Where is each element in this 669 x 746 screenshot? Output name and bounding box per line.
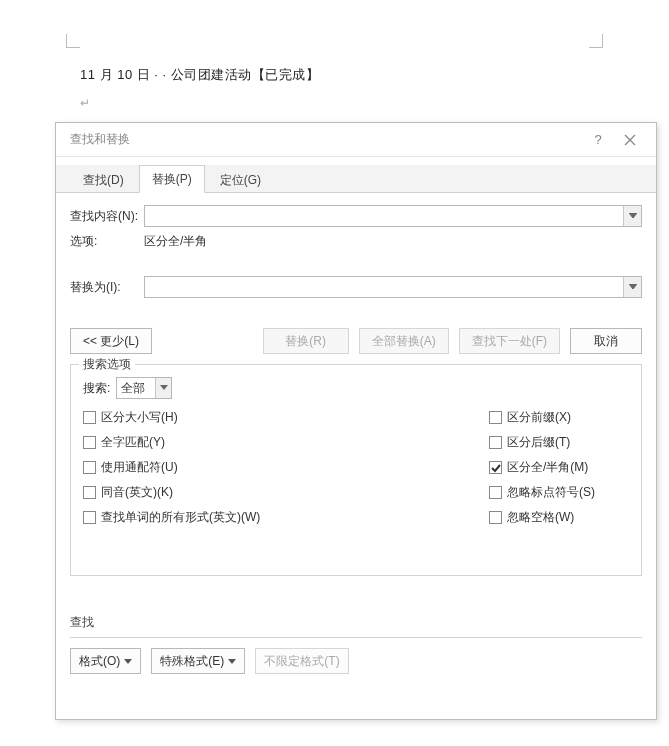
find-what-combo[interactable] xyxy=(144,205,642,227)
search-direction-value: 全部 xyxy=(117,378,155,398)
find-replace-dialog: 查找和替换 ? 查找(D) 替换(P) 定位(G) 查找内容(N): 选项: 区… xyxy=(55,122,657,720)
chevron-down-icon xyxy=(155,378,171,398)
options-value: 区分全/半角 xyxy=(144,233,207,250)
less-button[interactable]: << 更少(L) xyxy=(70,328,152,354)
options-row: 选项: 区分全/半角 xyxy=(70,233,642,250)
checkbox-sounds-like[interactable]: 同音(英文)(K) xyxy=(83,484,489,501)
checkbox-all-word-forms[interactable]: 查找单词的所有形式(英文)(W) xyxy=(83,509,489,526)
checkbox-ignore-whitespace[interactable]: 忽略空格(W) xyxy=(489,509,629,526)
no-format-button[interactable]: 不限定格式(T) xyxy=(255,648,348,674)
chevron-down-icon xyxy=(228,659,236,664)
dialog-body: 查找(D) 替换(P) 定位(G) 查找内容(N): 选项: 区分全/半角 替换… xyxy=(56,157,656,688)
find-section-heading: 查找 xyxy=(70,614,642,631)
search-direction-row: 搜索: 全部 xyxy=(83,377,629,399)
tab-goto[interactable]: 定位(G) xyxy=(207,166,274,193)
dropdown-arrow-icon[interactable] xyxy=(623,206,641,226)
checkbox-match-width[interactable]: 区分全/半角(M) xyxy=(489,459,629,476)
find-what-label: 查找内容(N): xyxy=(70,208,144,225)
dialog-titlebar: 查找和替换 ? xyxy=(56,123,656,157)
tab-replace[interactable]: 替换(P) xyxy=(139,165,205,193)
find-format-section: 查找 格式(O) 特殊格式(E) 不限定格式(T) xyxy=(70,614,642,674)
replace-all-button[interactable]: 全部替换(A) xyxy=(359,328,449,354)
dropdown-arrow-icon[interactable] xyxy=(623,277,641,297)
replace-with-combo[interactable] xyxy=(144,276,642,298)
page-corner-top-right xyxy=(589,34,603,48)
close-button[interactable] xyxy=(614,127,646,153)
options-label: 选项: xyxy=(70,233,144,250)
document-background: 11 月 10 日 · · 公司团建活动【已完成】 ↵ xyxy=(0,0,669,125)
dialog-title: 查找和替换 xyxy=(70,131,582,148)
close-icon xyxy=(624,134,636,146)
search-options-group: 搜索选项 搜索: 全部 区分大小写(H) 全字匹配(Y) xyxy=(70,364,642,576)
paragraph-mark: ↵ xyxy=(80,96,90,110)
special-format-dropdown-button[interactable]: 特殊格式(E) xyxy=(151,648,245,674)
replace-with-row: 替换为(I): xyxy=(70,276,642,298)
replace-with-input[interactable] xyxy=(145,277,623,297)
find-next-button[interactable]: 查找下一处(F) xyxy=(459,328,560,354)
checkbox-ignore-punctuation[interactable]: 忽略标点符号(S) xyxy=(489,484,629,501)
tab-strip: 查找(D) 替换(P) 定位(G) xyxy=(56,165,656,193)
search-options-legend: 搜索选项 xyxy=(79,356,135,373)
checkbox-column-right: 区分前缀(X) 区分后缀(T) 区分全/半角(M) 忽略标点符号(S) 忽略空格… xyxy=(489,409,629,526)
document-text-line[interactable]: 11 月 10 日 · · 公司团建活动【已完成】 xyxy=(80,66,319,84)
find-what-input[interactable] xyxy=(145,206,623,226)
format-dropdown-button[interactable]: 格式(O) xyxy=(70,648,141,674)
find-what-row: 查找内容(N): xyxy=(70,205,642,227)
checkbox-match-prefix[interactable]: 区分前缀(X) xyxy=(489,409,629,426)
help-button[interactable]: ? xyxy=(582,127,614,153)
search-direction-label: 搜索: xyxy=(83,380,110,397)
separator-line xyxy=(70,637,642,638)
cancel-button[interactable]: 取消 xyxy=(570,328,642,354)
checkbox-whole-word[interactable]: 全字匹配(Y) xyxy=(83,434,489,451)
tab-find[interactable]: 查找(D) xyxy=(70,166,137,193)
replace-with-label: 替换为(I): xyxy=(70,279,144,296)
page-corner-top-left xyxy=(66,34,80,48)
chevron-down-icon xyxy=(124,659,132,664)
checkbox-match-case[interactable]: 区分大小写(H) xyxy=(83,409,489,426)
button-row: << 更少(L) 替换(R) 全部替换(A) 查找下一处(F) 取消 xyxy=(70,328,642,354)
checkbox-match-suffix[interactable]: 区分后缀(T) xyxy=(489,434,629,451)
checkbox-wildcards[interactable]: 使用通配符(U) xyxy=(83,459,489,476)
replace-button[interactable]: 替换(R) xyxy=(263,328,349,354)
checkbox-column-left: 区分大小写(H) 全字匹配(Y) 使用通配符(U) 同音(英文)(K) 查找单词… xyxy=(83,409,489,526)
search-direction-select[interactable]: 全部 xyxy=(116,377,172,399)
